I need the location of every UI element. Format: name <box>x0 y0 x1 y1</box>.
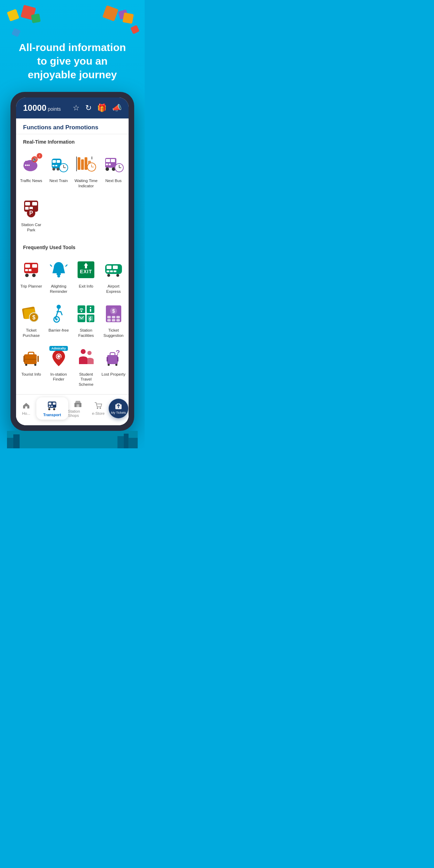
exit-info-icon-box: EXIT <box>75 259 97 281</box>
waiting-time-item[interactable]: Waiting Time Indicator <box>72 149 100 193</box>
svg-rect-29 <box>106 159 110 162</box>
transport-nav-item[interactable]: Transport <box>36 397 68 420</box>
ticket-purchase-item[interactable]: $ Ticket Purchase <box>17 298 45 342</box>
my-tickets-fab[interactable]: My Tickets <box>109 399 128 418</box>
waiting-time-icon-box <box>75 153 97 175</box>
svg-point-51 <box>25 274 29 277</box>
points-label: points <box>48 106 61 112</box>
svg-rect-9 <box>52 165 55 166</box>
exit-info-icon: EXIT <box>76 260 96 280</box>
tools-section-label: Frequently Used Tools <box>16 240 129 252</box>
ticket-purchase-icon: $ <box>21 304 41 324</box>
lost-property-item[interactable]: ? Lost Property <box>100 342 128 392</box>
svg-rect-19 <box>81 159 84 170</box>
refresh-icon[interactable]: ↻ <box>85 103 92 113</box>
tourist-info-icon <box>21 348 41 368</box>
barrier-free-icon <box>49 304 68 324</box>
svg-point-126 <box>100 407 101 409</box>
svg-line-56 <box>66 265 67 266</box>
ticket-suggestion-icon-box: $ <box>102 303 125 325</box>
ticket-purchase-icon-box: $ <box>20 303 42 325</box>
lost-property-label: Lost Property <box>102 372 125 377</box>
svg-point-69 <box>107 274 110 277</box>
next-train-item[interactable]: Next Train <box>45 149 73 193</box>
transport-nav-label: Transport <box>43 413 61 417</box>
next-bus-icon-box <box>102 153 125 175</box>
airport-express-label: Airport Express <box>101 284 126 294</box>
lost-property-icon-box: ? <box>102 347 125 369</box>
svg-rect-92 <box>112 316 115 318</box>
svg-rect-65 <box>113 266 118 269</box>
svg-rect-48 <box>32 264 37 268</box>
gift-icon[interactable]: 🎁 <box>97 103 107 113</box>
alighting-reminder-icon-box <box>48 259 70 281</box>
phone-mockup: 10000 points ☆ ↻ 🎁 📣 Functions and Promo… <box>10 92 134 431</box>
svg-rect-8 <box>57 160 60 163</box>
station-shops-nav-item[interactable]: Station Shops <box>68 399 88 418</box>
svg-text:•••: ••• <box>25 162 30 168</box>
svg-point-54 <box>57 275 60 277</box>
alighting-reminder-item[interactable]: Alighting Reminder <box>45 254 73 298</box>
instation-finder-item[interactable]: Admiralty In-station Finder <box>45 342 73 392</box>
exit-info-item[interactable]: EXIT Exit Info <box>72 254 100 298</box>
ticket-suggestion-label: Ticket Suggestion <box>101 328 126 338</box>
phone-screen: 10000 points ☆ ↻ 🎁 📣 Functions and Promo… <box>16 97 129 425</box>
bottom-nav: Ho... <box>16 394 129 425</box>
svg-point-108 <box>87 351 92 355</box>
barrier-free-item[interactable]: Barrier-free <box>45 298 73 342</box>
exit-info-label: Exit Info <box>79 284 93 289</box>
trip-planner-label: Trip Planner <box>20 284 42 289</box>
alighting-reminder-icon <box>49 260 68 280</box>
traffic-news-item[interactable]: ••• 🔊 ! Traffic News <box>17 149 45 193</box>
svg-rect-49 <box>25 269 28 271</box>
svg-rect-66 <box>107 270 109 272</box>
student-travel-label: Student Travel Scheme <box>74 372 99 388</box>
svg-rect-98 <box>28 352 34 355</box>
trip-planner-icon <box>21 260 41 280</box>
trip-planner-item[interactable]: Trip Planner <box>17 254 45 298</box>
hero-title: All-round information to give you an enj… <box>14 41 131 81</box>
next-bus-item[interactable]: Next Bus <box>100 149 128 193</box>
svg-rect-26 <box>76 157 77 171</box>
station-facilities-item[interactable]: Station Facilities <box>72 298 100 342</box>
station-carpark-icon: P <box>21 198 41 218</box>
e-store-nav-item[interactable]: e-Store <box>88 402 108 415</box>
station-carpark-item[interactable]: P Station Car Park <box>17 193 45 237</box>
svg-rect-95 <box>112 319 115 321</box>
svg-point-83 <box>81 311 82 312</box>
star-icon[interactable]: ☆ <box>73 103 80 113</box>
content-area: Functions and Promotions Real-Time Infor… <box>16 118 129 425</box>
svg-rect-30 <box>111 159 115 162</box>
home-nav-item[interactable]: Ho... <box>16 402 36 415</box>
my-tickets-fab-icon <box>115 403 122 410</box>
tourist-info-item[interactable]: Tourist Info <box>17 342 45 392</box>
station-carpark-icon-box: P <box>20 197 42 219</box>
svg-rect-20 <box>85 157 87 170</box>
svg-rect-91 <box>107 316 111 318</box>
svg-rect-10 <box>55 165 57 166</box>
tourist-info-icon-box <box>20 347 42 369</box>
airport-express-item[interactable]: Airport Express <box>100 254 128 298</box>
notification-badge: ! <box>37 153 42 159</box>
svg-rect-112 <box>117 357 118 362</box>
my-tickets-nav-item[interactable]: My Tickets <box>108 399 129 418</box>
tourist-info-label: Tourist Info <box>21 372 41 377</box>
instation-finder-icon <box>49 348 68 368</box>
svg-rect-111 <box>107 357 108 362</box>
student-travel-item[interactable]: Student Travel Scheme <box>72 342 100 392</box>
svg-rect-47 <box>25 264 30 268</box>
megaphone-icon[interactable]: 📣 <box>112 103 122 113</box>
barrier-free-label: Barrier-free <box>49 328 69 333</box>
home-nav-icon <box>22 402 30 410</box>
next-train-icon-box <box>48 153 70 175</box>
svg-rect-41 <box>32 202 37 205</box>
ticket-suggestion-item[interactable]: $ Ticket Suggestion <box>100 298 128 342</box>
svg-rect-18 <box>78 161 80 170</box>
svg-rect-40 <box>25 202 30 205</box>
my-tickets-fab-label: My Tickets <box>111 411 126 414</box>
station-shops-nav-label: Station Shops <box>68 409 88 418</box>
svg-point-76 <box>57 305 61 309</box>
svg-rect-118 <box>53 403 56 405</box>
trip-planner-icon-box <box>20 259 42 281</box>
ticket-purchase-label: Ticket Purchase <box>19 328 44 338</box>
